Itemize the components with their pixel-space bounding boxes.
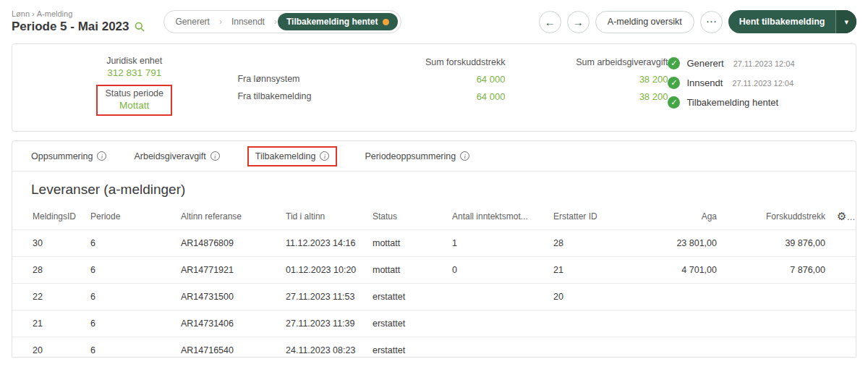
hent-tilbakemelding-split-button: Hent tilbakemelding ▾	[728, 10, 856, 33]
status-periode-highlight-box: Status periode Mottatt	[96, 85, 172, 116]
tab-bar: Oppsummering i Arbeidsgiveravgift i Tilb…	[12, 141, 856, 172]
status-dot-icon	[383, 19, 389, 25]
table-cell	[629, 337, 723, 364]
check-icon: ✓	[668, 77, 680, 89]
amelding-oversikt-button[interactable]: A-melding oversikt	[595, 11, 694, 33]
more-options-button[interactable]: ⋯	[700, 11, 723, 33]
col-status[interactable]: Status	[367, 203, 446, 230]
step-tilbakemelding-hentet[interactable]: Tilbakemelding hentet	[278, 13, 398, 30]
step-generert[interactable]: Generert	[167, 13, 218, 30]
table-settings-gear-icon[interactable]: ⚙	[837, 210, 855, 222]
fra-tilbakemelding-label: Fra tilbakemelding	[237, 91, 357, 102]
breadcrumb-item-lonn[interactable]: Lønn	[12, 9, 30, 18]
check-glyph: ✓	[671, 78, 677, 88]
table-cell: 6	[85, 284, 175, 311]
forward-button[interactable]: →	[567, 11, 590, 33]
table-cell: 0	[446, 257, 548, 284]
col-periode[interactable]: Periode	[85, 203, 175, 230]
tab-label: Tilbakemelding	[255, 151, 316, 161]
info-icon[interactable]: i	[320, 151, 329, 161]
fra-tilbakemelding-forskuddstrekk: 64 000	[357, 91, 505, 102]
table-cell: 6	[85, 311, 175, 337]
tab-tilbakemelding[interactable]: Tilbakemelding i	[247, 146, 338, 166]
col-tid-i-altinn[interactable]: Tid i altinn	[280, 203, 367, 230]
tab-periodeoppsummering[interactable]: Periodeoppsummering i	[365, 151, 469, 161]
info-icon[interactable]: i	[97, 151, 106, 161]
table-cell	[548, 337, 629, 364]
col-erstatter-id[interactable]: Erstatter ID	[548, 203, 629, 230]
timeline-label: Tilbakemelding hentet	[686, 97, 778, 108]
timeline-label: Innsendt	[686, 77, 723, 88]
status-periode-value: Mottatt	[119, 100, 149, 111]
hent-tilbakemelding-button[interactable]: Hent tilbakemelding	[728, 10, 836, 33]
step-innsendt[interactable]: Innsendt	[223, 13, 273, 30]
table-row[interactable]: 226AR1473150027.11.2023 11:53erstattet20	[12, 284, 856, 311]
col-forskuddstrekk[interactable]: Forskuddstrekk	[723, 203, 831, 230]
info-icon[interactable]: i	[210, 151, 220, 161]
tab-oppsummering[interactable]: Oppsummering i	[31, 151, 106, 161]
back-arrow-icon: ←	[545, 16, 556, 28]
timeline-item-innsendt: ✓ Innsendt 27.11.2023 12:04	[668, 77, 834, 89]
header-actions: ← → A-melding oversikt ⋯ Hent tilbakemel…	[539, 10, 856, 33]
table-row[interactable]: 306AR1487680911.12.2023 14:16mottatt1282…	[12, 230, 856, 257]
juridisk-enhet-block: Juridisk enhet 312 831 791 Status period…	[77, 56, 191, 116]
table-row[interactable]: 206AR1471654024.11.2023 08:23erstattet	[12, 337, 856, 364]
fra-lonnsystem-forskuddstrekk: 64 000	[357, 74, 505, 85]
tab-arbeidsgiveravgift[interactable]: Arbeidsgiveravgift i	[134, 151, 219, 161]
table-cell-actions	[831, 230, 856, 257]
sums-matrix: Sum forskuddstrekk Sum arbeidsgiveravgif…	[237, 57, 668, 102]
table-cell: 27.11.2023 11:53	[280, 284, 367, 311]
section-title: Leveranser (a-meldinger)	[12, 172, 856, 203]
table-cell: AR14876809	[175, 230, 280, 257]
check-glyph: ✓	[671, 98, 677, 107]
chevron-down-icon: ▾	[844, 17, 848, 27]
table-cell: 7 876,00	[723, 257, 831, 284]
back-button[interactable]: ←	[539, 11, 561, 33]
timeline-timestamp: 27.11.2023 12:04	[733, 59, 795, 68]
col-altinn-referanse[interactable]: Altinn referanse	[175, 203, 280, 230]
table-cell: 28	[12, 257, 85, 284]
col-aga[interactable]: Aga	[629, 203, 723, 230]
table-cell: 30	[12, 230, 85, 257]
table-cell: 27.11.2023 11:39	[280, 311, 367, 337]
breadcrumb: Lønn›A-melding	[12, 9, 145, 18]
table-cell: AR14731406	[175, 311, 280, 337]
table-cell-actions	[831, 311, 856, 337]
table-cell: AR14771921	[175, 257, 280, 284]
info-icon[interactable]: i	[460, 151, 469, 161]
table-cell	[446, 284, 548, 311]
deliveries-card: Oppsummering i Arbeidsgiveravgift i Tilb…	[12, 140, 856, 358]
juridisk-enhet-value: 312 831 791	[107, 67, 161, 78]
table-cell: mottatt	[367, 257, 446, 284]
table-cell: 01.12.2023 10:20	[280, 257, 367, 284]
table-row[interactable]: 216AR1473140627.11.2023 11:39erstattet	[12, 311, 856, 337]
fra-lonnsystem-aga: 38 200	[505, 74, 668, 85]
table-cell: 20	[12, 337, 85, 364]
table-header-row: MeldingsID Periode Altinn referanse Tid …	[12, 203, 856, 230]
table-row[interactable]: 286AR1477192101.12.2023 10:20mottatt0214…	[12, 257, 856, 284]
table-cell	[446, 311, 548, 337]
col-antall-inntektsmottakere[interactable]: Antall inntektsmot...	[446, 203, 548, 230]
page-title: Periode 5 - Mai 2023	[12, 20, 145, 34]
check-glyph: ✓	[671, 59, 677, 68]
table-cell: AR14716540	[175, 337, 280, 364]
table-cell: 6	[85, 257, 175, 284]
table-cell	[723, 337, 831, 364]
status-periode-label: Status periode	[105, 88, 163, 98]
breadcrumb-separator: ›	[32, 9, 35, 18]
table-cell: 24.11.2023 08:23	[280, 337, 367, 364]
table-cell: 6	[85, 337, 175, 364]
ellipsis-icon: ⋯	[706, 15, 717, 28]
table-cell	[548, 311, 629, 337]
hent-tilbakemelding-caret[interactable]: ▾	[835, 10, 856, 33]
breadcrumb-item-amelding[interactable]: A-melding	[37, 9, 73, 18]
search-icon[interactable]	[135, 22, 145, 32]
table-cell	[446, 337, 548, 364]
table-body: 306AR1487680911.12.2023 14:16mottatt1282…	[12, 230, 856, 364]
period-summary-card: Juridisk enhet 312 831 791 Status period…	[12, 43, 856, 132]
tab-label: Arbeidsgiveravgift	[134, 151, 205, 161]
table-cell: 1	[446, 230, 548, 257]
table-cell	[723, 284, 831, 311]
col-meldingsid[interactable]: MeldingsID	[12, 203, 85, 230]
table-cell: 20	[548, 284, 629, 311]
